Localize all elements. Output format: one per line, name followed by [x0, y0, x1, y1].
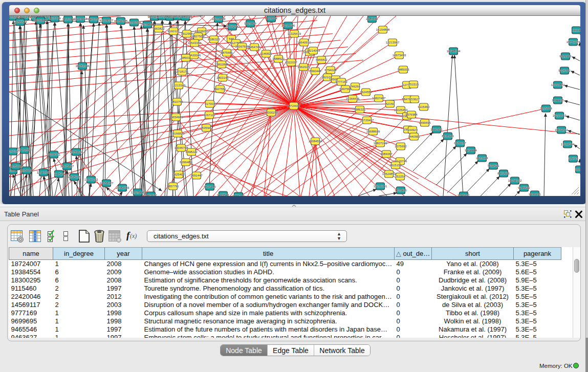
- svg-text:15136141: 15136141: [374, 185, 387, 188]
- svg-text:3498222: 3498222: [185, 150, 198, 154]
- svg-text:7632621: 7632621: [487, 164, 499, 167]
- svg-text:144923: 144923: [407, 128, 418, 132]
- svg-text:1362615: 1362615: [297, 65, 310, 69]
- svg-text:8471676: 8471676: [497, 172, 510, 175]
- svg-text:2718176: 2718176: [176, 70, 188, 73]
- svg-text:2933114: 2933114: [476, 157, 489, 160]
- svg-text:10054122: 10054122: [508, 179, 522, 182]
- svg-text:18807249: 18807249: [374, 142, 387, 145]
- svg-text:7625402: 7625402: [172, 173, 185, 176]
- svg-text:19493550: 19493550: [18, 148, 32, 151]
- svg-text:18214064: 18214064: [307, 49, 320, 52]
- svg-text:16033809: 16033809: [212, 17, 226, 20]
- svg-text:12923446: 12923446: [131, 191, 145, 194]
- svg-text:9576984: 9576984: [405, 113, 418, 116]
- svg-text:3912954: 3912954: [181, 32, 193, 35]
- svg-text:9245612: 9245612: [518, 186, 530, 189]
- svg-text:13226053: 13226053: [195, 30, 209, 33]
- svg-text:53594: 53594: [202, 126, 211, 129]
- svg-text:9227342: 9227342: [558, 69, 571, 72]
- svg-text:2087652: 2087652: [366, 17, 378, 20]
- svg-text:19654983: 19654983: [169, 116, 183, 119]
- svg-text:9463627: 9463627: [145, 194, 157, 196]
- svg-text:3267110: 3267110: [204, 114, 216, 117]
- svg-text:81489325: 81489325: [179, 16, 192, 18]
- svg-text:9777169: 9777169: [232, 194, 245, 196]
- svg-text:20091406: 20091406: [34, 19, 48, 22]
- svg-text:3624554: 3624554: [360, 91, 372, 94]
- svg-text:1588520: 1588520: [272, 57, 285, 60]
- svg-text:5923809: 5923809: [244, 22, 256, 25]
- svg-text:16640910: 16640910: [297, 41, 311, 44]
- svg-text:1640951: 1640951: [430, 128, 443, 131]
- svg-text:6679137: 6679137: [454, 142, 466, 145]
- svg-text:23802848: 23802848: [215, 63, 229, 66]
- svg-text:16543362: 16543362: [188, 41, 202, 45]
- svg-text:1244415: 1244415: [552, 99, 564, 102]
- svg-text:751515: 751515: [408, 83, 419, 86]
- svg-text:12942737: 12942737: [37, 171, 51, 174]
- svg-text:62160: 62160: [386, 102, 395, 105]
- svg-text:153627: 153627: [409, 98, 420, 101]
- svg-text:6497568: 6497568: [339, 87, 352, 91]
- svg-text:17359934: 17359934: [70, 150, 83, 154]
- svg-text:9160123: 9160123: [167, 30, 180, 33]
- svg-text:6322037: 6322037: [285, 61, 297, 64]
- svg-text:20206511: 20206511: [47, 153, 61, 156]
- svg-text:12156829: 12156829: [20, 169, 34, 172]
- svg-text:5716485: 5716485: [204, 185, 216, 188]
- svg-text:9474444: 9474444: [465, 149, 477, 152]
- svg-text:252254: 252254: [395, 175, 406, 178]
- svg-text:8186323: 8186323: [208, 38, 220, 41]
- svg-text:17957223: 17957223: [84, 178, 98, 181]
- svg-text:18300295: 18300295: [265, 111, 278, 114]
- svg-text:7663822: 7663822: [153, 27, 165, 30]
- svg-text:21364436: 21364436: [346, 97, 360, 100]
- svg-text:8813054: 8813054: [265, 17, 277, 20]
- svg-text:9115460: 9115460: [418, 105, 430, 108]
- svg-text:41928327: 41928327: [100, 19, 114, 22]
- svg-text:5875685: 5875685: [221, 51, 233, 54]
- svg-text:1691447: 1691447: [190, 174, 203, 177]
- svg-text:10688609: 10688609: [366, 130, 380, 133]
- svg-text:6475255: 6475255: [88, 18, 100, 21]
- svg-text:9600133: 9600133: [18, 16, 31, 18]
- svg-text:11124: 11124: [572, 29, 580, 32]
- svg-text:20053346: 20053346: [76, 64, 90, 68]
- svg-text:7955812: 7955812: [315, 58, 328, 61]
- svg-text:(x): (x): [130, 232, 137, 239]
- svg-text:9084067: 9084067: [380, 152, 393, 156]
- svg-text:2803144: 2803144: [216, 76, 229, 79]
- svg-text:9699695: 9699695: [419, 121, 431, 124]
- svg-text:17016504: 17016504: [561, 143, 575, 146]
- svg-text:6099489: 6099489: [180, 161, 192, 164]
- svg-text:1615594: 1615594: [49, 17, 61, 20]
- svg-text:10807487: 10807487: [372, 97, 386, 100]
- svg-text:10973493: 10973493: [393, 54, 406, 57]
- svg-text:417004: 417004: [205, 102, 215, 105]
- svg-text:3215958: 3215958: [540, 107, 552, 110]
- svg-text:8990448: 8990448: [309, 70, 321, 73]
- svg-text:7357274: 7357274: [226, 25, 238, 28]
- svg-text:1440951: 1440951: [408, 135, 420, 138]
- svg-text:9777169: 9777169: [335, 80, 347, 83]
- svg-text:18724007: 18724007: [287, 104, 301, 107]
- svg-text:41395376: 41395376: [127, 21, 141, 24]
- svg-text:10958127: 10958127: [100, 182, 114, 185]
- svg-text:9699695: 9699695: [529, 193, 541, 196]
- svg-text:12213349: 12213349: [172, 84, 186, 87]
- svg-text:7986322: 7986322: [354, 108, 366, 111]
- svg-text:116753: 116753: [568, 157, 578, 160]
- svg-text:9146821: 9146821: [260, 52, 272, 55]
- svg-text:1935001: 1935001: [10, 165, 22, 168]
- svg-text:13524851: 13524851: [382, 172, 396, 176]
- svg-text:16154808: 16154808: [376, 28, 390, 31]
- svg-text:14055714: 14055714: [13, 20, 27, 24]
- svg-text:9465546: 9465546: [217, 193, 229, 196]
- svg-text:15692911: 15692911: [555, 128, 569, 132]
- svg-text:114519: 114519: [54, 172, 64, 176]
- svg-text:19166825: 19166825: [171, 132, 185, 135]
- svg-text:0433218: 0433218: [9, 16, 19, 18]
- svg-text:122034: 122034: [575, 168, 580, 171]
- svg-text:6794028: 6794028: [324, 69, 337, 72]
